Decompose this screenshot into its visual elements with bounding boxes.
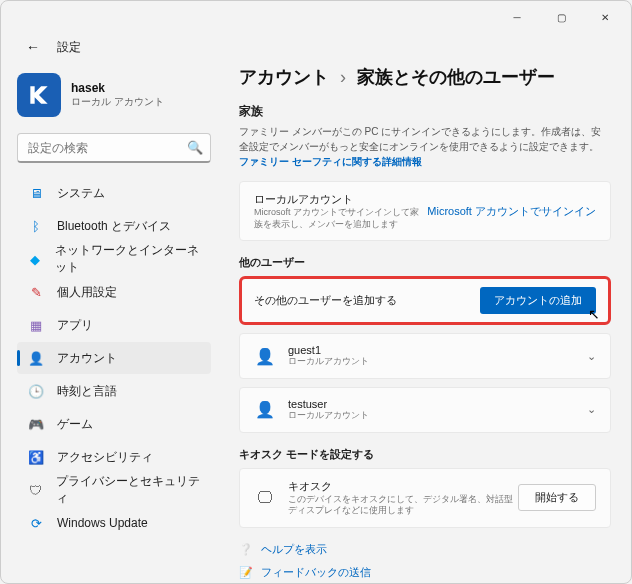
card-sub: Microsoft アカウントでサインインして家族を表示し、メンバーを追加します [254,207,427,230]
window-title: 設定 [57,39,81,56]
nav-icon: 👤 [27,349,45,367]
user-card[interactable]: 👤 guest1 ローカルアカウント ⌄ [239,333,611,379]
search-icon: 🔍 [187,140,203,155]
feedback-link[interactable]: 📝 フィードバックの送信 [239,565,611,580]
nav-item-5[interactable]: 👤アカウント [17,342,211,374]
family-safety-link[interactable]: ファミリー セーフティに関する詳細情報 [239,156,422,167]
chevron-down-icon: ⌄ [587,403,596,416]
profile[interactable]: hasek ローカル アカウント [17,73,211,117]
family-desc: ファミリー メンバーがこの PC にサインインできるようにします。作成者は、安全… [239,124,611,169]
cursor-icon: ↖ [588,306,600,322]
other-users-label: 他のユーザー [239,255,611,270]
content: アカウント › 家族とその他のユーザー 家族 ファミリー メンバーがこの PC … [223,61,631,583]
kiosk-card: 🖵 キオスク このデバイスをキオスクにして、デジタル署名、対話型ディスプレイなど… [239,468,611,528]
breadcrumb-current: 家族とその他のユーザー [357,67,555,87]
feedback-icon: 📝 [239,566,253,579]
user-card[interactable]: 👤 testuser ローカルアカウント ⌄ [239,387,611,433]
chevron-right-icon: › [340,67,346,87]
minimize-button[interactable]: ─ [495,2,539,32]
chevron-down-icon: ⌄ [587,350,596,363]
nav-item-8[interactable]: ♿アクセシビリティ [17,441,211,473]
breadcrumb-parent[interactable]: アカウント [239,67,329,87]
help-icon: ❔ [239,543,253,556]
nav-label: ゲーム [57,416,93,433]
nav-label: アクセシビリティ [57,449,153,466]
nav-item-9[interactable]: 🛡プライバシーとセキュリティ [17,474,211,506]
header: ← 設定 [1,33,631,61]
footer-links: ❔ ヘルプを表示 📝 フィードバックの送信 [239,542,611,580]
nav-label: アプリ [57,317,93,334]
nav-label: Bluetooth とデバイス [57,218,171,235]
nav-label: アカウント [57,350,117,367]
close-button[interactable]: ✕ [583,2,627,32]
card-title: ローカルアカウント [254,192,427,207]
titlebar: ─ ▢ ✕ [1,1,631,33]
breadcrumb: アカウント › 家族とその他のユーザー [239,65,611,89]
nav-icon: ✎ [27,283,45,301]
nav-icon: 🎮 [27,415,45,433]
nav-label: ネットワークとインターネット [55,242,201,276]
ms-signin-link[interactable]: Microsoft アカウントでサインイン [427,204,596,219]
kiosk-title: キオスク [288,479,518,494]
nav-item-0[interactable]: 🖥システム [17,177,211,209]
family-signin-card: ローカルアカウント Microsoft アカウントでサインインして家族を表示し、… [239,181,611,241]
nav-label: システム [57,185,105,202]
maximize-button[interactable]: ▢ [539,2,583,32]
nav-icon: ◆ [27,250,43,268]
user-sub: ローカルアカウント [288,410,587,422]
kiosk-start-button[interactable]: 開始する [518,484,596,511]
add-user-card: その他のユーザーを追加する アカウントの追加 ↖ [239,276,611,325]
kiosk-sub: このデバイスをキオスクにして、デジタル署名、対話型ディスプレイなどに使用します [288,494,518,517]
nav-icon: 🛡 [27,481,44,499]
person-icon: 👤 [254,347,276,366]
nav-icon: ⟳ [27,514,45,532]
profile-name: hasek [71,81,164,95]
nav-icon: ▦ [27,316,45,334]
kiosk-icon: 🖵 [254,489,276,507]
nav-label: プライバシーとセキュリティ [56,473,201,507]
search-box: 🔍 [17,133,211,163]
nav-icon: ♿ [27,448,45,466]
nav-icon: 🕒 [27,382,45,400]
nav-label: Windows Update [57,516,148,530]
nav-item-1[interactable]: ᛒBluetooth とデバイス [17,210,211,242]
user-sub: ローカルアカウント [288,356,587,368]
nav-item-2[interactable]: ◆ネットワークとインターネット [17,243,211,275]
nav-label: 時刻と言語 [57,383,117,400]
back-button[interactable]: ← [17,31,49,63]
avatar [17,73,61,117]
profile-sub: ローカル アカウント [71,95,164,109]
nav-icon: ᛒ [27,217,45,235]
nav-item-7[interactable]: 🎮ゲーム [17,408,211,440]
sidebar: hasek ローカル アカウント 🔍 🖥システムᛒBluetooth とデバイス… [1,61,223,583]
user-name: guest1 [288,344,587,356]
add-user-title: その他のユーザーを追加する [254,293,480,308]
nav-icon: 🖥 [27,184,45,202]
nav-label: 個人用設定 [57,284,117,301]
add-account-button[interactable]: アカウントの追加 ↖ [480,287,596,314]
user-name: testuser [288,398,587,410]
nav-item-10[interactable]: ⟳Windows Update [17,507,211,539]
search-input[interactable] [17,133,211,163]
kiosk-label: キオスク モードを設定する [239,447,611,462]
help-link[interactable]: ❔ ヘルプを表示 [239,542,611,557]
nav-item-4[interactable]: ▦アプリ [17,309,211,341]
nav-item-6[interactable]: 🕒時刻と言語 [17,375,211,407]
person-icon: 👤 [254,400,276,419]
nav: 🖥システムᛒBluetooth とデバイス◆ネットワークとインターネット✎個人用… [17,177,211,539]
family-label: 家族 [239,103,611,120]
nav-item-3[interactable]: ✎個人用設定 [17,276,211,308]
